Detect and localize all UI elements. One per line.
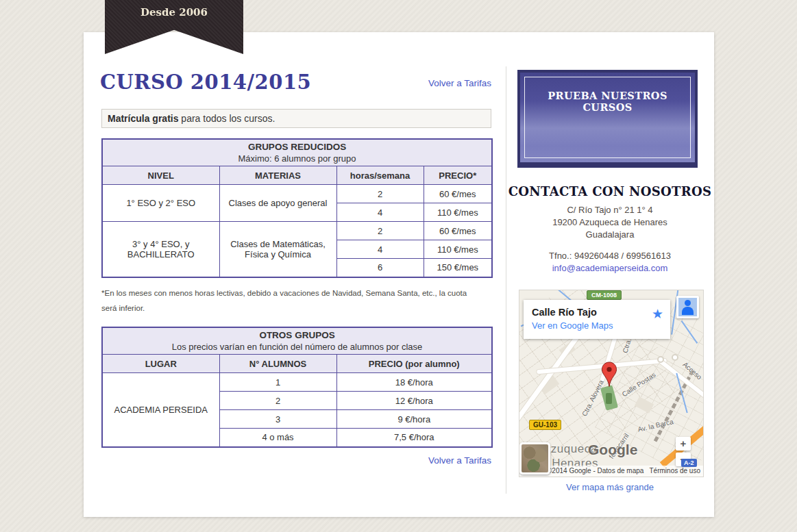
road-badge-a2: A-2 xyxy=(681,459,697,467)
otros-table-title: OTROS GRUPOS xyxy=(106,329,489,341)
cell-lugar: ACADEMIA PERSEIDA xyxy=(102,373,219,447)
col-alumnos: N° ALUMNOS xyxy=(219,355,336,373)
cell-precio: 7,5 €/hora xyxy=(336,429,492,447)
otros-table-subtitle: Los precios varían en función del número… xyxy=(106,341,489,353)
google-map-embed[interactable]: Ctra. Al Calle Postas Ctra. Alovera Av. … xyxy=(519,290,704,477)
promo-banner-frame: PRUEBA NUESTROS CURSOS xyxy=(524,77,691,158)
terms-of-use-link[interactable]: Términos de uso xyxy=(650,466,700,477)
map-marker-pin[interactable] xyxy=(601,362,617,390)
back-to-tarifas-link-bottom[interactable]: Volver a Tarifas xyxy=(428,455,491,466)
content-card: CURSO 2014/2015 Volver a Tarifas Matrícu… xyxy=(84,32,714,517)
satellite-view-toggle[interactable] xyxy=(519,442,550,474)
cell-horas: 4 xyxy=(336,240,424,259)
cell-precio: 110 €/mes xyxy=(424,203,492,222)
street-view-pegman-button[interactable] xyxy=(676,296,699,318)
cell-nivel-1: 1° ESO y 2° ESO xyxy=(102,185,219,222)
cell-horas: 4 xyxy=(336,203,424,222)
cell-alumnos: 3 xyxy=(219,410,336,429)
col-precio: PRECIO* xyxy=(424,166,492,185)
road-badge-gu103: GU-103 xyxy=(529,420,561,430)
cell-alumnos: 1 xyxy=(219,373,336,392)
contact-address: C/ Río Tajo n° 21 1° 4 19200 Azuqueca de… xyxy=(506,204,714,241)
cell-precio: 18 €/hora xyxy=(336,373,492,392)
back-to-tarifas-link-top[interactable]: Volver a Tarifas xyxy=(428,78,491,88)
grupos-reducidos-table: GRUPOS REDUCIDOS Máximo: 6 alumnos por g… xyxy=(101,138,493,278)
table-row: 3° y 4° ESO, y BACHILLERATO Clases de Ma… xyxy=(102,222,492,240)
col-lugar: LUGAR xyxy=(102,355,219,373)
cell-horas: 2 xyxy=(336,222,424,240)
cell-precio: 110 €/mes xyxy=(424,240,492,259)
promo-box: Matrícula gratis para todos los cursos. xyxy=(101,109,491,128)
otros-grupos-table: OTROS GRUPOS Los precios varían en funci… xyxy=(101,327,493,448)
view-bigger-map-link[interactable]: Ver mapa más grande xyxy=(566,482,654,492)
save-star-icon[interactable]: ★ xyxy=(652,307,663,320)
grupos-table-subtitle: Máximo: 6 alumnos por grupo xyxy=(106,153,489,164)
cell-alumnos: 2 xyxy=(219,392,336,410)
google-logo[interactable]: Google xyxy=(588,442,637,458)
since-ribbon-label: Desde 2006 xyxy=(140,6,208,18)
col-horas: horas/semana xyxy=(336,166,424,185)
column-divider xyxy=(506,66,506,494)
map-attribution-text: ©2014 Google - Datos de mapa xyxy=(547,466,643,477)
grupos-table-caption: GRUPOS REDUCIDOS Máximo: 6 alumnos por g… xyxy=(102,139,492,166)
cell-horas: 6 xyxy=(336,259,424,277)
promo-banner-title: PRUEBA NUESTROS CURSOS xyxy=(525,90,690,113)
grupos-table-title: GRUPOS REDUCIDOS xyxy=(106,141,489,153)
map-roundabout xyxy=(672,354,678,361)
price-footnote: *En los meses con menos horas lectivas, … xyxy=(101,286,482,316)
road-badge-cm1008: CM-1008 xyxy=(587,290,622,300)
page-title: CURSO 2014/2015 xyxy=(100,71,311,94)
cell-nivel-2: 3° y 4° ESO, y BACHILLERATO xyxy=(102,222,219,277)
cell-alumnos: 4 o más xyxy=(219,429,336,447)
promo-rest-text: para todos los cursos. xyxy=(178,113,275,124)
col-nivel: NIVEL xyxy=(102,166,219,185)
table-row: 1° ESO y 2° ESO Clases de apoyo general … xyxy=(102,185,492,203)
phone-line: Tfno.: 949260448 / 699561613 xyxy=(506,250,714,262)
cell-materias-1: Clases de apoyo general xyxy=(219,185,336,222)
grupos-header-row: NIVEL MATERIAS horas/semana PRECIO* xyxy=(102,166,492,185)
contact-title: CONTACTA CON NOSOTROS xyxy=(506,184,714,199)
col-materias: MATERIAS xyxy=(219,166,336,185)
pegman-icon xyxy=(678,298,697,316)
map-park-area xyxy=(606,393,612,404)
promo-bold-text: Matrícula gratis xyxy=(108,113,178,124)
email-link[interactable]: info@academiaperseida.com xyxy=(552,263,668,273)
otros-table-caption: OTROS GRUPOS Los precios varían en funci… xyxy=(102,327,492,355)
view-on-google-maps-link[interactable]: Ver en Google Maps xyxy=(532,320,613,331)
cell-horas: 2 xyxy=(336,185,424,203)
col-precio-alumno: PRECIO (por alumno) xyxy=(336,355,492,373)
address-line: C/ Río Tajo n° 21 1° 4 xyxy=(506,204,714,216)
cell-precio: 60 €/mes xyxy=(424,185,492,203)
cell-precio: 9 €/hora xyxy=(336,410,492,429)
cell-precio: 150 €/mes xyxy=(424,259,492,277)
bigger-map-link-wrap: Ver mapa más grande xyxy=(506,482,714,492)
contact-phone-block: Tfno.: 949260448 / 699561613 info@academ… xyxy=(506,250,714,275)
address-line: 19200 Azuqueca de Henares xyxy=(506,216,714,229)
address-line: Guadalajara xyxy=(506,229,714,241)
cell-precio: 12 €/hora xyxy=(336,392,492,410)
promo-banner[interactable]: PRUEBA NUESTROS CURSOS xyxy=(517,70,698,168)
cell-precio: 60 €/mes xyxy=(424,222,492,240)
cell-materias-2: Clases de Matemáticas, Física y Química xyxy=(219,222,336,277)
zoom-in-button[interactable]: + xyxy=(676,437,691,451)
otros-header-row: LUGAR N° ALUMNOS PRECIO (por alumno) xyxy=(102,355,492,373)
map-info-card: Calle Río Tajo Ver en Google Maps ★ xyxy=(524,300,670,339)
map-place-title: Calle Río Tajo xyxy=(532,307,662,318)
map-roundabout xyxy=(657,356,664,363)
table-row: ACADEMIA PERSEIDA 1 18 €/hora xyxy=(102,373,492,392)
